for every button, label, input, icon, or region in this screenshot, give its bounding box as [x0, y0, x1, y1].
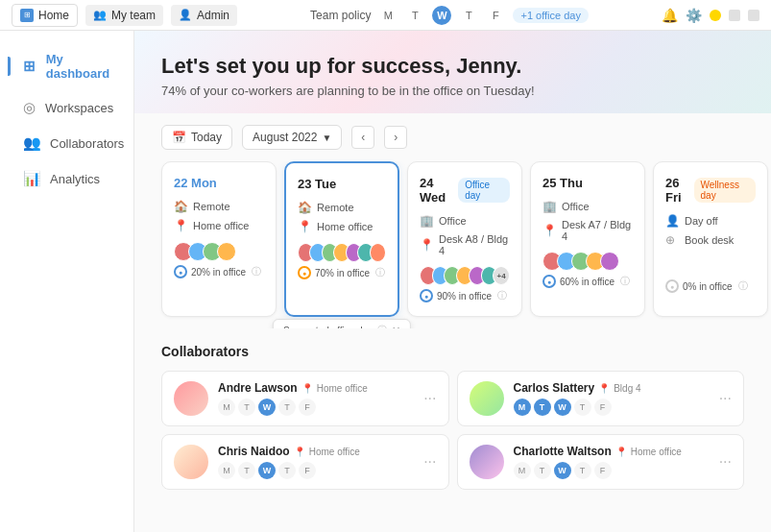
collab-avatar-andre — [174, 381, 208, 416]
policy-label: Team policy — [310, 9, 371, 22]
day-tag-M: M — [514, 399, 531, 416]
collab-name-chris: Chris Naidoo 📍 Home office — [218, 445, 414, 458]
day-tag-M: M — [218, 462, 235, 479]
title-bar: ⊞ Home 👥 My team 👤 Admin Team policy M T… — [0, 0, 771, 31]
avatar — [600, 252, 619, 271]
suggested-tooltip: Suggested office day ⓘ ✕ — [273, 319, 411, 328]
day-tag-M: M — [218, 399, 235, 416]
collab-more-charlotte[interactable]: ··· — [719, 453, 732, 471]
day-card-mon[interactable]: 22 Mon 🏠 Remote 📍 Home office ● — [161, 161, 277, 317]
collab-card-carlos: Carlos Slattery 📍 Bldg 4 M T W T F ··· — [457, 371, 745, 426]
tab-team-label: My team — [111, 9, 156, 22]
pct-row-thu: ● 60% in office ⓘ — [542, 275, 633, 288]
day-header-mon: 22 Mon — [174, 176, 264, 190]
titlebar-center: Team policy M T W T F +1 office day — [253, 6, 646, 25]
hero-section: Let's set you up for success, Jenny. 74%… — [134, 31, 771, 113]
dashboard-icon: ⊞ — [23, 58, 36, 75]
day-F[interactable]: F — [486, 6, 505, 25]
sidebar-dashboard-label: My dashboard — [46, 52, 110, 81]
location-icon-tue: 📍 — [298, 220, 311, 233]
home-icon-mon: 🏠 — [174, 200, 187, 213]
avatar — [217, 242, 236, 261]
day-cards-container: 22 Mon 🏠 Remote 📍 Home office ● — [134, 161, 771, 328]
tab-admin-label: Admin — [197, 9, 229, 22]
collab-name-charlotte: Charlotte Waltson 📍 Home office — [514, 445, 710, 458]
collaborators-grid: Andre Lawson 📍 Home office M T W T F ··· — [161, 371, 744, 490]
info-icon-wed: ⓘ — [497, 289, 507, 302]
location-icon-wed: 📍 — [420, 238, 433, 252]
active-indicator — [8, 57, 11, 76]
day-wed-row1: 🏢 Office — [420, 214, 510, 228]
pct-icon-wed: ● — [420, 289, 433, 302]
avatars-wed: +4 — [420, 266, 510, 285]
tab-admin[interactable]: 👤 Admin — [171, 5, 237, 26]
day-tag-T: T — [238, 462, 255, 479]
month-selector[interactable]: August 2022 ▼ — [242, 125, 342, 150]
prev-arrow[interactable]: ‹ — [351, 126, 374, 149]
collab-more-carlos[interactable]: ··· — [719, 390, 732, 407]
day-T2[interactable]: T — [459, 6, 478, 25]
collab-avatar-chris — [174, 445, 208, 479]
location-icon-thu: 📍 — [542, 224, 556, 237]
day-card-fri[interactable]: 26 Fri Wellness day 👤 Day off ⊕ Book des… — [653, 161, 768, 317]
pct-row-tue: ● 70% in office ⓘ — [298, 266, 386, 279]
collaborators-title: Collaborators — [161, 344, 744, 359]
avatars-tue — [298, 243, 386, 262]
day-tag-F: F — [594, 399, 612, 416]
hero-title: Let's set you up for success, Jenny. — [161, 54, 744, 79]
today-label: Today — [191, 131, 222, 144]
day-tag-T2: T — [278, 462, 296, 479]
day-card-tue[interactable]: 23 Tue 🏠 Remote 📍 Home office — [284, 161, 399, 317]
minimize-button[interactable] — [710, 10, 721, 21]
home-icon: ⊞ — [20, 9, 34, 22]
tab-home[interactable]: ⊞ Home — [12, 4, 78, 27]
sidebar-item-workspaces[interactable]: ◎ Workspaces — [8, 90, 126, 125]
day-header-thu: 25 Thu — [542, 176, 633, 190]
day-tag-F: F — [594, 462, 612, 479]
info-icon-fri: ⓘ — [738, 279, 748, 293]
sidebar-item-analytics[interactable]: 📊 Analytics — [8, 161, 126, 196]
day-fri-row1: 👤 Day off — [665, 214, 756, 228]
sidebar-item-dashboard[interactable]: ⊞ My dashboard — [8, 43, 126, 89]
collab-days-carlos: M T W T F — [514, 399, 710, 416]
settings-icon[interactable]: ⚙️ — [686, 8, 702, 23]
today-button[interactable]: 📅 Today — [161, 125, 232, 150]
info-icon-mon: ⓘ — [252, 265, 261, 278]
calendar-controls: 📅 Today August 2022 ▼ ‹ › — [134, 113, 771, 161]
avatar — [370, 243, 386, 262]
collab-more-chris[interactable]: ··· — [423, 453, 436, 471]
maximize-button[interactable] — [729, 10, 740, 21]
collab-info-chris: Chris Naidoo 📍 Home office M T W T F — [218, 445, 414, 479]
collab-name-andre: Andre Lawson 📍 Home office — [218, 381, 414, 395]
day-tag-T: T — [534, 462, 551, 479]
avatars-thu — [542, 252, 633, 271]
day-tag-T2: T — [278, 399, 296, 416]
day-tue-row1: 🏠 Remote — [298, 201, 386, 214]
analytics-icon: 📊 — [23, 170, 40, 187]
extra-count: +4 — [493, 266, 510, 285]
info-icon-tooltip: ⓘ — [377, 324, 387, 328]
day-card-wed[interactable]: 24 Wed Office day 🏢 Office 📍 Desk A8 / B… — [407, 161, 522, 317]
day-tag-W: W — [554, 399, 571, 416]
close-button[interactable] — [748, 10, 759, 21]
sidebar-item-collaborators[interactable]: 👥 Collaborators — [8, 126, 126, 160]
day-tag-W: W — [258, 399, 276, 416]
day-wed-row2: 📍 Desk A8 / Bldg 4 — [420, 233, 510, 256]
day-tag-F: F — [299, 399, 316, 416]
notifications-icon[interactable]: 🔔 — [662, 8, 678, 23]
day-T1[interactable]: T — [405, 6, 424, 25]
tab-home-label: Home — [38, 9, 69, 22]
day-M[interactable]: M — [378, 6, 398, 25]
pct-row-wed: ● 90% in office ⓘ — [420, 289, 510, 302]
tooltip-close[interactable]: ✕ — [392, 325, 400, 329]
info-icon-tue: ⓘ — [375, 266, 385, 279]
day-header-tue: 23 Tue — [298, 177, 386, 191]
next-arrow[interactable]: › — [384, 126, 407, 149]
collab-more-andre[interactable]: ··· — [423, 390, 436, 407]
day-card-thu[interactable]: 25 Thu 🏢 Office 📍 Desk A7 / Bldg 4 — [530, 161, 645, 317]
calendar-icon: 📅 — [172, 131, 186, 144]
day-W[interactable]: W — [432, 6, 451, 25]
tab-team[interactable]: 👥 My team — [85, 5, 163, 26]
office-day-badge-wed: Office day — [458, 178, 510, 203]
pct-icon-mon: ● — [174, 265, 187, 278]
